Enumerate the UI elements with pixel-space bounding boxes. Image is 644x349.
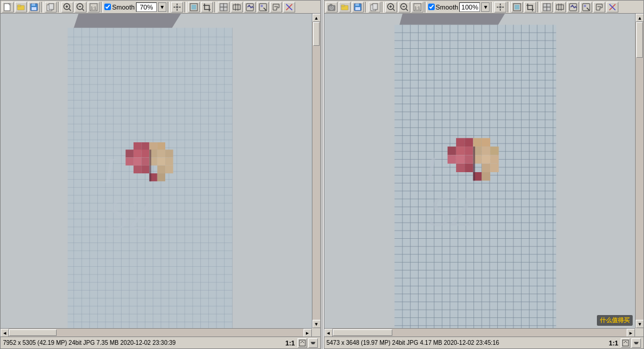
right-statusbar-btn2[interactable]	[631, 338, 641, 348]
svg-rect-236	[481, 164, 490, 172]
svg-rect-117	[150, 149, 151, 181]
smooth-input-right[interactable]	[428, 4, 435, 10]
svg-rect-98	[134, 149, 141, 157]
left-scroll-left-btn[interactable]: ◄	[1, 329, 9, 336]
svg-rect-143	[543, 4, 547, 7]
left-scroll-corner	[312, 328, 320, 336]
extra4-right[interactable]	[580, 2, 592, 13]
left-scroll-h-thumb[interactable]	[9, 329, 57, 336]
extra2-right[interactable]	[554, 2, 566, 13]
right-scroll-h-thumb[interactable]	[333, 329, 392, 336]
svg-rect-4	[32, 4, 35, 6]
svg-rect-218	[456, 138, 464, 147]
extra3-right[interactable]	[567, 2, 579, 13]
fit-btn-right[interactable]	[511, 2, 523, 13]
svg-rect-145	[543, 7, 547, 11]
svg-rect-232	[490, 147, 499, 155]
zoom-out-left[interactable]	[75, 2, 86, 13]
svg-rect-226	[465, 164, 473, 172]
app-container: 1:1 Smooth 70% ▼	[0, 0, 644, 349]
left-scroll-up-btn[interactable]: ▲	[312, 14, 320, 22]
svg-rect-116	[157, 173, 165, 181]
left-statusbar-btn2[interactable]	[308, 338, 318, 348]
svg-rect-100	[126, 158, 134, 166]
svg-rect-114	[157, 166, 165, 173]
left-scroll-vertical[interactable]: ▲ ▼	[312, 14, 320, 328]
right-statusbar-btn1[interactable]	[621, 338, 630, 348]
svg-rect-2	[17, 5, 21, 7]
svg-rect-103	[134, 166, 141, 173]
save-btn-left[interactable]	[28, 2, 40, 13]
extra2-left[interactable]	[231, 2, 243, 13]
new-btn-left[interactable]	[2, 2, 14, 13]
open-btn-left[interactable]	[15, 2, 27, 13]
left-scroll-h-track[interactable]	[9, 329, 304, 336]
camera-btn-right[interactable]	[326, 2, 338, 13]
extra6-right[interactable]	[606, 2, 618, 13]
zoom-100-right[interactable]: 1:1	[411, 2, 423, 13]
svg-rect-221	[465, 147, 473, 155]
right-scroll-left-btn[interactable]: ◄	[324, 329, 333, 336]
right-building-image: I	[324, 14, 636, 328]
svg-rect-107	[157, 142, 165, 150]
svg-rect-228	[473, 138, 481, 147]
right-pane: 1:1 Smooth 100% ▼	[324, 0, 645, 349]
zoom-100-left[interactable]: 1:1	[88, 2, 100, 13]
extra3-left[interactable]	[244, 2, 256, 13]
pan-btn-right[interactable]	[494, 2, 506, 13]
left-building-image: I	[1, 14, 312, 328]
extra5-left[interactable]	[270, 2, 282, 13]
right-scroll-v-track[interactable]	[636, 22, 643, 320]
svg-rect-130	[373, 4, 377, 10]
zoom-input-right[interactable]: 100%	[459, 2, 480, 12]
right-scroll-up-btn[interactable]: ▲	[636, 14, 643, 22]
left-scroll-horizontal[interactable]: ◄ ►	[1, 328, 312, 336]
copy-btn-left[interactable]	[45, 2, 57, 13]
crop-btn-left[interactable]	[201, 2, 213, 13]
left-scroll-right-btn[interactable]: ►	[304, 329, 312, 336]
zoom-dropdown-right[interactable]: ▼	[481, 2, 490, 12]
zoom-in-right[interactable]	[385, 2, 397, 13]
open-btn-right[interactable]	[339, 2, 351, 13]
left-statusbar-btn1[interactable]	[298, 338, 307, 348]
crop-btn-right[interactable]	[524, 2, 536, 13]
extra6-left[interactable]	[283, 2, 295, 13]
svg-point-29	[261, 5, 263, 7]
zoom-input-left[interactable]: 70%	[136, 2, 157, 12]
left-scroll-v-thumb[interactable]	[313, 22, 320, 46]
right-scroll-right-btn[interactable]: ►	[627, 329, 635, 336]
fit-btn-left[interactable]	[188, 2, 200, 13]
right-scroll-horizontal[interactable]: ◄ ►	[324, 328, 636, 336]
copy-btn-right[interactable]	[369, 2, 380, 13]
svg-rect-217	[447, 147, 456, 155]
svg-text:I: I	[103, 150, 117, 191]
zoom-out-right[interactable]	[398, 2, 410, 13]
smooth-checkbox-right[interactable]: Smooth	[428, 4, 459, 11]
sep6-right	[537, 2, 540, 13]
sep1-left	[41, 2, 44, 13]
pan-btn-left[interactable]	[171, 2, 183, 13]
save-btn-right[interactable]	[352, 2, 364, 13]
svg-rect-23	[224, 7, 227, 11]
svg-rect-235	[490, 155, 499, 163]
zoom-dropdown-left[interactable]: ▼	[158, 2, 166, 12]
dropdown-arrow-right: ▼	[483, 4, 488, 10]
extra1-right[interactable]	[541, 2, 553, 13]
svg-rect-106	[150, 142, 157, 150]
left-scroll-v-track[interactable]	[312, 22, 320, 320]
right-scroll-h-track[interactable]	[333, 329, 627, 336]
sep5-right	[507, 2, 510, 13]
extra5-right[interactable]	[593, 2, 605, 13]
sep6-left	[214, 2, 216, 13]
zoom-in-left[interactable]	[61, 2, 73, 13]
svg-rect-144	[547, 4, 550, 7]
smooth-checkbox-left[interactable]: Smooth	[104, 4, 135, 11]
right-scroll-v-thumb[interactable]	[636, 22, 643, 58]
right-scroll-down-btn[interactable]: ▼	[636, 320, 643, 328]
panes-container: 1:1 Smooth 70% ▼	[0, 0, 644, 349]
extra4-left[interactable]	[257, 2, 269, 13]
left-scroll-down-btn[interactable]: ▼	[312, 320, 320, 328]
smooth-input-left[interactable]	[104, 4, 111, 10]
extra1-left[interactable]	[218, 2, 230, 13]
right-scroll-vertical[interactable]: ▲ ▼	[635, 14, 643, 328]
